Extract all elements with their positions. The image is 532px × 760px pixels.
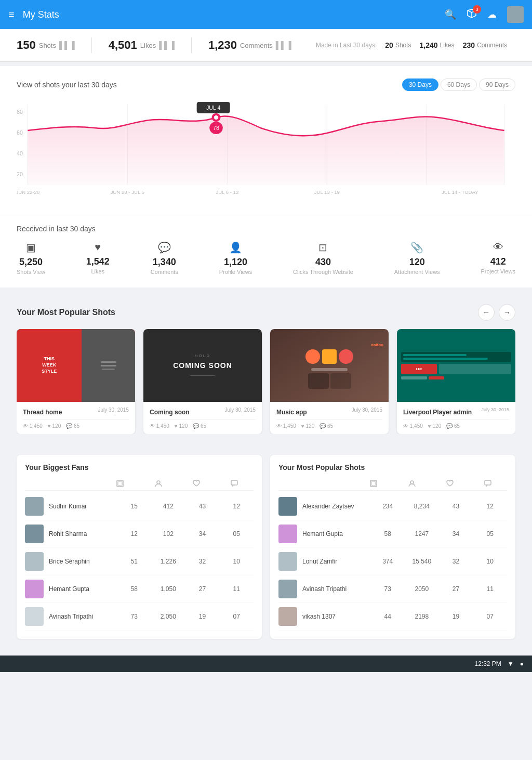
attachment-icon: 📎 xyxy=(394,241,440,254)
th-likes-icon xyxy=(431,480,469,488)
biggest-fans-title: Your Biggest Fans xyxy=(25,463,254,471)
last30-comments-label: Comments xyxy=(477,42,507,49)
shot-likes: ♥ 120 xyxy=(175,423,188,429)
svg-text:40: 40 xyxy=(17,151,23,156)
period-90-btn[interactable]: 90 Days xyxy=(479,78,515,91)
table-row[interactable]: Brice Séraphin 51 1,226 32 10 xyxy=(25,548,254,575)
period-30-btn[interactable]: 30 Days xyxy=(402,78,438,91)
table-row[interactable]: Hemant Gupta 58 1,050 27 11 xyxy=(25,575,254,603)
table-row[interactable]: vikash 1307 44 2198 19 07 xyxy=(278,603,507,631)
shot-stats: 👁 1,450 ♥ 120 💬 65 xyxy=(23,420,129,429)
project-metric-value: 412 xyxy=(481,256,515,267)
project-metric-label: Project Views xyxy=(481,268,515,274)
shot-card-music-app[interactable]: dalton Music app July 30, 2015 👁 1,450 ♥ xyxy=(270,329,389,434)
row-col3: 43 xyxy=(439,503,473,510)
notification-icon[interactable]: 3 xyxy=(467,8,477,21)
table-row[interactable]: Avinash Tripathi 73 2,050 19 07 xyxy=(25,603,254,631)
row-col2: 2,050 xyxy=(151,613,185,620)
row-col3: 32 xyxy=(185,558,220,565)
row-avatar xyxy=(278,525,297,543)
divider-1 xyxy=(91,37,92,53)
row-col3: 34 xyxy=(439,530,473,538)
likes-metric-value: 1,542 xyxy=(86,256,110,267)
menu-icon[interactable]: ≡ xyxy=(8,9,15,21)
row-col2: 2050 xyxy=(405,585,439,593)
row-col2: 1247 xyxy=(405,530,439,538)
table-row[interactable]: Sudhir Kumar 15 412 43 12 xyxy=(25,493,254,520)
table-row[interactable]: Hemant Gupta 58 1247 34 05 xyxy=(278,520,507,548)
comments-icon: 💬 xyxy=(151,241,178,254)
made-in-label: Made in Last 30 days: xyxy=(316,42,377,49)
svg-rect-26 xyxy=(371,481,376,486)
prev-arrow[interactable]: ← xyxy=(478,304,495,321)
table-row[interactable]: Avinash Tripathi 73 2050 27 11 xyxy=(278,575,507,603)
shot-name: Music app xyxy=(276,409,307,416)
period-60-btn[interactable]: 60 Days xyxy=(441,78,477,91)
svg-text:20: 20 xyxy=(17,172,23,177)
comments-value: 1,230 xyxy=(208,38,237,52)
row-avatar xyxy=(25,607,44,626)
shot-stats: 👁 1,450 ♥ 120 💬 65 xyxy=(276,420,382,429)
th-followers-icon xyxy=(139,480,177,488)
likes-icon: ♥ xyxy=(86,241,110,253)
row-col1: 374 xyxy=(370,558,405,565)
row-col3: 34 xyxy=(185,530,220,538)
shot-card-coming-soon[interactable]: HOLD COMING SOON —————— Coming soon July… xyxy=(143,329,262,434)
table-row[interactable]: Rohit Sharma 12 102 34 05 xyxy=(25,520,254,548)
shot-card-thread-home[interactable]: THISWEEKSTYLE Thread home July 30, 2015 … xyxy=(17,329,135,434)
shot-likes: ♥ 120 xyxy=(301,423,314,429)
chart-header: View of shots your last 30 days 30 Days … xyxy=(17,78,515,91)
shot-comments: 💬 65 xyxy=(66,423,79,429)
row-col4: 05 xyxy=(473,530,507,538)
shot-info-coming-soon: Coming soon July 30, 2015 👁 1,450 ♥ 120 … xyxy=(143,402,262,434)
metric-comments: 💬 1,340 Comments xyxy=(151,241,178,275)
shots-stat: 150 Shots ▌▌▐ xyxy=(17,38,75,52)
avatar[interactable] xyxy=(507,6,524,23)
th-comments-icon xyxy=(469,480,507,488)
row-col2: 102 xyxy=(151,530,185,538)
cloud-icon[interactable]: ☁ xyxy=(487,9,497,20)
shot-name: Thread home xyxy=(23,409,62,416)
metrics-title: Received in last 30 days xyxy=(17,225,515,233)
notification-badge: 3 xyxy=(473,5,481,14)
row-name: Avinash Tripathi xyxy=(49,613,117,620)
comments-stat: 1,230 Comments ▌▌▐ xyxy=(208,38,291,52)
popular-shots-title: Your Most Popular Shots xyxy=(17,308,115,317)
popular-shots-section: Your Most Popular Shots ← → THISWEEKSTYL… xyxy=(0,292,532,447)
shot-name: Liverpool Player admin xyxy=(403,409,472,416)
row-col3: 32 xyxy=(439,558,473,565)
shot-info-music-app: Music app July 30, 2015 👁 1,450 ♥ 120 💬 … xyxy=(270,402,389,434)
likes-label: Likes xyxy=(140,42,156,49)
row-avatar xyxy=(278,552,297,571)
last30-comments: 230 Comments xyxy=(463,41,507,49)
th-name xyxy=(25,480,101,488)
likes-chart-icon: ▌▌▐ xyxy=(159,41,175,49)
bottom-bar: 12:32 PM ▼ ● xyxy=(0,656,532,672)
row-name: Sudhir Kumar xyxy=(49,503,117,510)
table-row[interactable]: Alexander Zaytsev 234 8,234 43 12 xyxy=(278,493,507,520)
shots-label: Shots xyxy=(39,42,56,49)
page-title: My Stats xyxy=(23,9,445,20)
shot-likes: ♥ 120 xyxy=(48,423,61,429)
svg-rect-22 xyxy=(118,481,122,486)
shot-info-liverpool: Liverpool Player admin July 30, 2015 👁 1… xyxy=(397,402,515,434)
clicks-metric-label: Clicks Through Website xyxy=(293,269,353,275)
next-arrow[interactable]: → xyxy=(499,304,515,321)
shots-value: 150 xyxy=(17,38,36,52)
th-shots-icon xyxy=(101,480,139,488)
row-col3: 27 xyxy=(439,585,473,593)
tables-section: Your Biggest Fans Sudhir Kumar 15 412 43… xyxy=(0,447,532,656)
row-col3: 43 xyxy=(185,503,220,510)
row-avatar xyxy=(25,497,44,516)
shot-card-liverpool[interactable]: LFC Liverpool Player admin July 30, 2015… xyxy=(397,329,515,434)
last30-shots: 20 Shots xyxy=(385,41,411,49)
search-icon[interactable]: 🔍 xyxy=(445,9,456,20)
row-col2: 15,540 xyxy=(405,558,439,565)
row-col4: 12 xyxy=(219,503,254,510)
svg-text:78: 78 xyxy=(213,125,219,131)
attachment-metric-label: Attachment Views xyxy=(394,269,440,275)
row-name: Brice Séraphin xyxy=(49,558,117,565)
table-row[interactable]: Lonut Zamfir 374 15,540 32 10 xyxy=(278,548,507,575)
row-col4: 12 xyxy=(473,503,507,510)
metric-project: 👁 412 Project Views xyxy=(481,241,515,275)
